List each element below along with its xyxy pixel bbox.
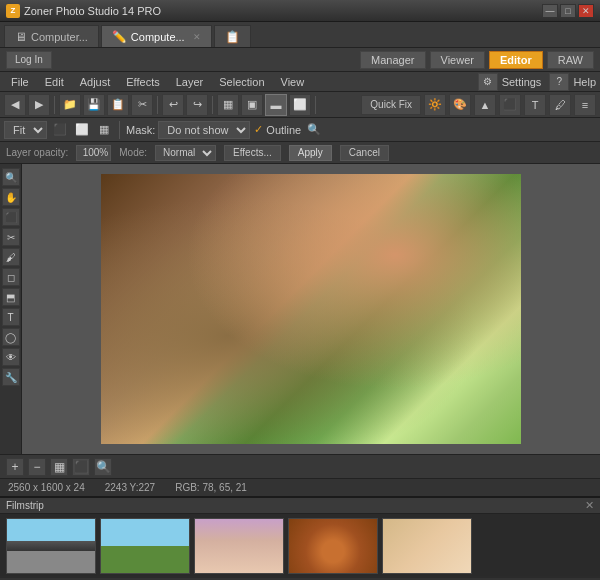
title-bar: Z Zoner Photo Studio 14 PRO — □ ✕: [0, 0, 600, 22]
photo-tool-1[interactable]: 🔆: [424, 94, 446, 116]
menu-file[interactable]: File: [4, 73, 36, 91]
editor-button[interactable]: Editor: [489, 51, 543, 69]
menu-layer[interactable]: Layer: [169, 73, 211, 91]
tab-close-icon[interactable]: ✕: [193, 32, 201, 42]
quick-fix-button[interactable]: Quick Fix: [361, 95, 421, 115]
lasso-button[interactable]: ⬜: [289, 94, 311, 116]
toolbar-sep-3: [212, 96, 213, 114]
title-left: Z Zoner Photo Studio 14 PRO: [6, 4, 161, 18]
tb2-icon-2[interactable]: ⬜: [73, 121, 91, 139]
thumbnail-2[interactable]: [194, 518, 284, 574]
help-label[interactable]: Help: [573, 76, 596, 88]
toolbar2: Fit ⬛ ⬜ ▦ Mask: Do not show ✓ Outline 🔍: [0, 118, 600, 142]
main-area: 🔍 ✋ ⬛ ✂ 🖌 ◻ ⬒ T ◯ 👁 🔧: [0, 164, 600, 454]
checkmark: ✓: [254, 123, 263, 136]
photo-tool-7[interactable]: ≡: [574, 94, 596, 116]
crop-tool[interactable]: ✂: [2, 228, 20, 246]
brush-tool[interactable]: 🖌: [2, 248, 20, 266]
thumb-img-0: [7, 519, 95, 573]
apply-button[interactable]: Apply: [289, 145, 332, 161]
eye-tool[interactable]: 👁: [2, 348, 20, 366]
grid-button[interactable]: ▦: [217, 94, 239, 116]
manager-button[interactable]: Manager: [360, 51, 425, 69]
tab-extra[interactable]: 📋: [214, 25, 251, 47]
tb2-icon-1[interactable]: ⬛: [51, 121, 69, 139]
mode-select[interactable]: Normal: [155, 145, 216, 161]
tab-compute[interactable]: ✏️ Compute... ✕: [101, 25, 212, 47]
outline-label: Outline: [266, 124, 301, 136]
settings-button[interactable]: ⚙: [478, 73, 498, 91]
pan-tool[interactable]: ✋: [2, 188, 20, 206]
menu-effects[interactable]: Effects: [119, 73, 166, 91]
shape-tool[interactable]: ◯: [2, 328, 20, 346]
app-icon: Z: [6, 4, 20, 18]
select-button[interactable]: ▬: [265, 94, 287, 116]
copy-button[interactable]: 📋: [107, 94, 129, 116]
close-button[interactable]: ✕: [578, 4, 594, 18]
back-button[interactable]: ◀: [4, 94, 26, 116]
layer-bar: Layer opacity: 100% Mode: Normal Effects…: [0, 142, 600, 164]
rotate-left-button[interactable]: ↩: [162, 94, 184, 116]
zoom-in-button[interactable]: +: [6, 458, 24, 476]
help-button[interactable]: ?: [549, 73, 569, 91]
thumbnail-4[interactable]: [382, 518, 472, 574]
effects-button[interactable]: Effects...: [224, 145, 281, 161]
raw-button[interactable]: RAW: [547, 51, 594, 69]
clone-tool[interactable]: ⬒: [2, 288, 20, 306]
rotate-right-button[interactable]: ↪: [186, 94, 208, 116]
adjust-tool[interactable]: 🔧: [2, 368, 20, 386]
viewer-button[interactable]: Viewer: [430, 51, 485, 69]
menu-edit[interactable]: Edit: [38, 73, 71, 91]
grid2-button[interactable]: ▣: [241, 94, 263, 116]
thumb-img-3: [289, 519, 377, 573]
zoom-nav-btn[interactable]: 🔍: [94, 458, 112, 476]
open-button[interactable]: 📁: [59, 94, 81, 116]
select-tool[interactable]: ⬛: [2, 208, 20, 226]
zoom-tool[interactable]: 🔍: [2, 168, 20, 186]
thumbnail-3[interactable]: [288, 518, 378, 574]
tab-computer[interactable]: 🖥 Computer...: [4, 25, 99, 47]
photo-tool-6[interactable]: 🖊: [549, 94, 571, 116]
zoom-fit-button[interactable]: ▦: [50, 458, 68, 476]
menu-selection[interactable]: Selection: [212, 73, 271, 91]
photo-tool-3[interactable]: ▲: [474, 94, 496, 116]
photo-tool-4[interactable]: ⬛: [499, 94, 521, 116]
save-button[interactable]: 💾: [83, 94, 105, 116]
zoom-fit-icon[interactable]: 🔍: [305, 121, 323, 139]
forward-button[interactable]: ▶: [28, 94, 50, 116]
photo-tool-5[interactable]: T: [524, 94, 546, 116]
mask-select[interactable]: Do not show: [158, 121, 250, 139]
tab-computer-icon: 🖥: [15, 30, 27, 44]
text-tool[interactable]: T: [2, 308, 20, 326]
settings-label[interactable]: Settings: [502, 76, 542, 88]
zoom-actual-button[interactable]: ⬛: [72, 458, 90, 476]
menu-view[interactable]: View: [274, 73, 312, 91]
log-in-button[interactable]: Log In: [6, 51, 52, 69]
canvas-image: [101, 174, 521, 444]
eraser-tool[interactable]: ◻: [2, 268, 20, 286]
top-controls: Log In Manager Viewer Editor RAW: [0, 48, 600, 72]
opacity-label: Layer opacity:: [6, 147, 68, 158]
image-dimensions: 2560 x 1600 x 24: [8, 482, 85, 493]
thumb-img-4: [383, 519, 471, 573]
canvas-area: [22, 164, 600, 454]
maximize-button[interactable]: □: [560, 4, 576, 18]
opacity-input[interactable]: 100%: [76, 145, 111, 161]
fit-select[interactable]: Fit: [4, 121, 47, 139]
tab-compute-label: Compute...: [131, 31, 185, 43]
menu-adjust[interactable]: Adjust: [73, 73, 118, 91]
tab-bar: 🖥 Computer... ✏️ Compute... ✕ 📋: [0, 22, 600, 48]
filmstrip-title: Filmstrip: [6, 500, 44, 511]
photo-tool-2[interactable]: 🎨: [449, 94, 471, 116]
minimize-button[interactable]: —: [542, 4, 558, 18]
cut-button[interactable]: ✂: [131, 94, 153, 116]
image-rgb: RGB: 78, 65, 21: [175, 482, 247, 493]
thumbnail-1[interactable]: [100, 518, 190, 574]
filmstrip: Filmstrip ✕: [0, 496, 600, 576]
tb2-icon-3[interactable]: ▦: [95, 121, 113, 139]
zoom-out-button[interactable]: −: [28, 458, 46, 476]
cancel-button[interactable]: Cancel: [340, 145, 389, 161]
thumbnail-0[interactable]: [6, 518, 96, 574]
filmstrip-close-button[interactable]: ✕: [585, 499, 594, 512]
left-toolbox: 🔍 ✋ ⬛ ✂ 🖌 ◻ ⬒ T ◯ 👁 🔧: [0, 164, 22, 454]
